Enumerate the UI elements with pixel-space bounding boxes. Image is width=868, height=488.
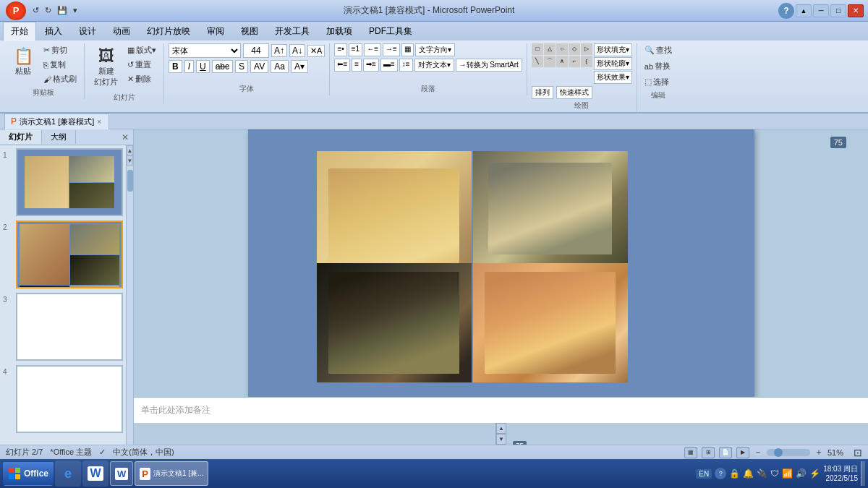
tab-review[interactable]: 审阅 xyxy=(199,22,232,40)
word-doc-button[interactable]: W xyxy=(110,461,133,486)
tab-pdf[interactable]: PDF工具集 xyxy=(361,22,420,40)
list-item[interactable]: 2 xyxy=(3,221,123,288)
tab-developer[interactable]: 开发工具 xyxy=(267,22,318,40)
layout-button[interactable]: ▦版式▾ xyxy=(124,43,159,57)
indent-decrease-button[interactable]: ←≡ xyxy=(364,43,381,56)
new-slide-button[interactable]: 🖼 新建 幻灯片 xyxy=(89,43,123,91)
paste-button[interactable]: 📋 粘贴 xyxy=(7,43,39,80)
slide-notes[interactable]: 单击此处添加备注 xyxy=(134,397,868,423)
find-button[interactable]: 🔍查找 xyxy=(642,43,675,57)
zoom-level[interactable]: 51% xyxy=(827,448,849,457)
doc-tab[interactable]: P 演示文稿1 [兼容模式] × xyxy=(4,114,109,129)
help-button[interactable]: ? xyxy=(778,3,794,19)
tab-insert[interactable]: 插入 xyxy=(37,22,70,40)
fit-slide-button[interactable]: ⊡ xyxy=(854,447,862,458)
convert-smartart-button[interactable]: →转换为 SmartArt xyxy=(456,59,522,72)
list-item[interactable]: 4 xyxy=(3,365,123,433)
ime-indicator[interactable]: EN xyxy=(696,469,712,479)
reset-button[interactable]: ↺重置 xyxy=(124,58,159,72)
maximize-button[interactable]: □ xyxy=(830,4,846,17)
shape-effects-button[interactable]: 形状效果▾ xyxy=(594,71,632,84)
help-indicator[interactable]: ? xyxy=(715,468,726,479)
italic-button[interactable]: I xyxy=(184,60,194,73)
bold-button[interactable]: B xyxy=(169,60,182,73)
slide-thumbnail-4[interactable] xyxy=(16,365,123,433)
clock[interactable]: 18:03 周日 2022/5/15 xyxy=(823,464,858,483)
strikethrough-button[interactable]: abc xyxy=(212,60,233,73)
tab-view[interactable]: 视图 xyxy=(233,22,266,40)
list-bullets-button[interactable]: ≡• xyxy=(334,43,346,56)
start-button[interactable]: Office xyxy=(3,461,54,486)
slide-thumbnail-3[interactable] xyxy=(16,293,123,361)
tab-slideshow[interactable]: 幻灯片放映 xyxy=(139,22,198,40)
ppt-button[interactable]: P 演示文稿1 [兼... xyxy=(135,461,208,486)
show-desktop-button[interactable] xyxy=(861,461,865,486)
select-button[interactable]: ⬚选择 xyxy=(642,75,672,89)
zoom-slider[interactable] xyxy=(767,449,810,456)
align-center-button[interactable]: ≡ xyxy=(352,59,362,72)
underline-button[interactable]: U xyxy=(196,60,210,73)
slide-thumbnail-2[interactable] xyxy=(16,221,123,288)
slide-canvas[interactable]: 75 xyxy=(134,129,868,397)
outline-tab[interactable]: 大纲 xyxy=(42,130,76,144)
normal-view-button[interactable]: ▦ xyxy=(684,447,697,458)
redo-button[interactable]: ↻ xyxy=(43,5,54,16)
format-painter-button[interactable]: 🖌格式刷 xyxy=(41,72,80,86)
font-size-decrease[interactable]: A↓ xyxy=(289,44,305,57)
char-spacing-button[interactable]: AV xyxy=(250,60,268,73)
quickaccess-more[interactable]: ▾ xyxy=(71,5,80,16)
scroll-thumb[interactable] xyxy=(127,170,133,192)
columns-button[interactable]: ▦ xyxy=(401,43,414,56)
scroll-down-button[interactable]: ▼ xyxy=(127,155,133,166)
slide-panel-close-button[interactable]: ✕ xyxy=(117,132,133,142)
arrange-button[interactable]: 排列 xyxy=(532,86,553,99)
shadow-button[interactable]: S xyxy=(235,60,248,73)
text-direction-button[interactable]: 文字方向▾ xyxy=(415,43,455,56)
clear-format-button[interactable]: ✕A xyxy=(307,45,325,57)
word-button[interactable]: W xyxy=(82,461,109,487)
indent-increase-button[interactable]: →≡ xyxy=(383,43,400,56)
align-left-button[interactable]: ⬅≡ xyxy=(334,59,350,72)
canvas-scroll-up[interactable]: ▲ xyxy=(496,423,506,434)
undo-button[interactable]: ↺ xyxy=(30,5,41,16)
align-text-button[interactable]: 对齐文本▾ xyxy=(414,59,454,72)
shape-outline-button[interactable]: 形状轮廓▾ xyxy=(594,57,632,70)
office-logo-button[interactable]: P xyxy=(6,1,26,20)
zoom-in-button[interactable]: ＋ xyxy=(814,446,823,458)
font-size-increase[interactable]: A↑ xyxy=(271,44,287,57)
notes-placeholder[interactable]: 单击此处添加备注 xyxy=(141,404,210,416)
font-size-input[interactable] xyxy=(243,43,269,58)
save-button[interactable]: 💾 xyxy=(55,5,69,16)
tab-design[interactable]: 设计 xyxy=(71,22,104,40)
ribbon-collapse-button[interactable]: ▲ xyxy=(796,4,812,17)
replace-button[interactable]: ab替换 xyxy=(642,59,673,73)
align-right-button[interactable]: ➡≡ xyxy=(363,59,379,72)
slide-sorter-button[interactable]: ⊞ xyxy=(702,447,715,458)
case-button[interactable]: Aa xyxy=(271,60,289,73)
slide-thumbnail-1[interactable] xyxy=(16,148,123,216)
font-color-button[interactable]: A▾ xyxy=(291,60,308,73)
copy-button[interactable]: ⎘复制 xyxy=(41,58,80,72)
slide-page[interactable] xyxy=(248,129,754,397)
slideshow-button[interactable]: ▶ xyxy=(736,447,749,458)
slides-tab[interactable]: 幻灯片 xyxy=(0,130,42,144)
tab-addins[interactable]: 加载项 xyxy=(318,22,360,40)
doc-tab-close[interactable]: × xyxy=(97,118,101,126)
delete-slide-button[interactable]: ✕删除 xyxy=(124,72,159,86)
shape-fill-button[interactable]: 形状填充▾ xyxy=(594,43,632,56)
minimize-button[interactable]: ─ xyxy=(813,4,829,17)
ie-button[interactable]: e xyxy=(55,461,81,487)
canvas-scroll-down[interactable]: ▼ xyxy=(496,434,506,445)
font-name-select[interactable]: 宋体 xyxy=(169,43,241,58)
tab-animation[interactable]: 动画 xyxy=(105,22,138,40)
list-item[interactable]: 3 xyxy=(3,293,123,361)
list-numbers-button[interactable]: ≡1 xyxy=(349,43,362,56)
quick-styles-button[interactable]: 快速样式 xyxy=(556,86,592,99)
zoom-out-button[interactable]: － xyxy=(754,446,762,458)
justify-button[interactable]: ▬≡ xyxy=(380,59,398,72)
line-spacing-button[interactable]: ↕≡ xyxy=(399,59,413,72)
list-item[interactable]: 1 xyxy=(3,148,123,216)
reading-view-button[interactable]: 📄 xyxy=(719,447,732,458)
cut-button[interactable]: ✂剪切 xyxy=(41,43,80,57)
tab-home[interactable]: 开始 xyxy=(3,22,36,41)
